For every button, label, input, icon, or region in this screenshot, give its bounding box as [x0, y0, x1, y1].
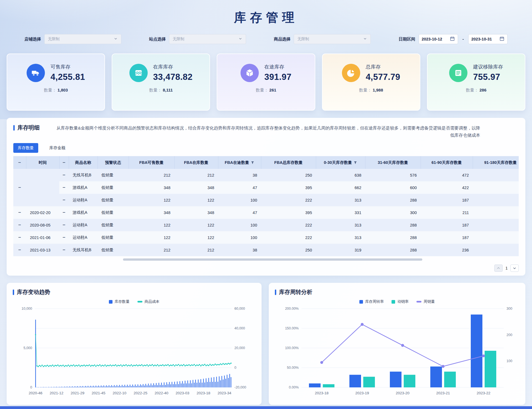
detail-section-description: 从库存数量&金额两个维度分析不同商品的预警状态和库存结构情况，结合库存变化趋势和…	[56, 125, 480, 139]
horizontal-scrollbar[interactable]	[123, 258, 422, 261]
collapse-toggle[interactable]: −	[18, 235, 21, 240]
detail-section-title: 库存明细	[13, 124, 40, 131]
collapse-toggle[interactable]: −	[63, 197, 65, 203]
value-cell: 236	[421, 244, 473, 256]
tab-2[interactable]: 库存金额	[45, 143, 70, 153]
row-expander-cell: −	[13, 244, 26, 256]
kpi-value: 33,478.82	[153, 72, 193, 82]
turnover-chart: 0.00%50.00%100.00%150.00%200.00%10020030…	[275, 305, 519, 397]
collapse-toggle[interactable]: −	[18, 210, 21, 215]
collapse-toggle[interactable]: −	[63, 172, 65, 178]
legend-square-swatch	[392, 300, 395, 304]
svg-text:2023-03: 2023-03	[176, 391, 190, 395]
value-cell: 47	[218, 181, 261, 194]
svg-text:2023-20: 2023-20	[396, 391, 410, 395]
value-cell: 14	[473, 219, 519, 231]
svg-text:2020-46: 2020-46	[29, 391, 43, 395]
value-cell: 14	[473, 231, 519, 244]
table-header-row: −时间−商品名称预警状态FBA可售数量FBA在库数量FBA在途数量FBA总库存数…	[13, 156, 519, 169]
value-cell: 100	[218, 194, 261, 206]
pagination-down-button[interactable]	[510, 265, 519, 272]
collapse-toggle[interactable]: −	[63, 185, 65, 190]
value-cell: 187	[421, 194, 473, 206]
time-cell: 2020-02-20	[26, 206, 59, 219]
date-end-input[interactable]: 2023-10-31	[468, 34, 508, 44]
product-expander-cell: −	[59, 244, 69, 256]
value-cell: 100	[218, 219, 261, 231]
column-header: 31-60天库存数量	[365, 156, 421, 169]
value-cell: 313	[316, 231, 365, 244]
kpi-quantity: 数量： 1,803	[13, 88, 98, 93]
legend-item-2[interactable]: 商品成本	[137, 299, 160, 304]
svg-text:60,000: 60,000	[234, 307, 245, 311]
value-cell: 222	[261, 231, 316, 244]
collapse-toggle[interactable]: −	[63, 247, 65, 253]
collapse-toggle[interactable]: −	[63, 222, 65, 228]
legend-item-1[interactable]: 库存数量	[109, 299, 130, 304]
cube-icon	[241, 64, 259, 82]
value-cell: 395	[261, 181, 316, 194]
product-expander-cell: −	[59, 219, 69, 231]
value-cell: 313	[316, 194, 365, 206]
kpi-quantity-value: 1,988	[373, 88, 383, 92]
svg-text:2021-12: 2021-12	[50, 391, 63, 395]
inventory-detail-table: −时间−商品名称预警状态FBA可售数量FBA在库数量FBA在途数量FBA总库存数…	[13, 156, 519, 256]
svg-text:2023-18: 2023-18	[315, 391, 329, 395]
product-cell: 无线耳机B	[69, 169, 98, 181]
legend-label: 库存数量	[115, 299, 130, 304]
value-cell: 9	[473, 244, 519, 256]
column-header: 61-90天库存数量	[421, 156, 473, 169]
inventory-dashboard: 库存管理 店铺选择 无限制 站点选择 无限制 商品选择 无限制 日期区间	[0, 0, 532, 405]
value-cell: 638	[316, 169, 365, 181]
value-cell: 348	[129, 206, 174, 219]
pie-chart-icon	[342, 64, 360, 82]
product-filter: 商品选择 无限制	[274, 34, 371, 44]
kpi-quantity-label: 数量：	[44, 88, 56, 92]
turnover-chart-card: 库存周转分析 库存周转率动销率周销量 0.00%50.00%100.00%150…	[269, 283, 525, 405]
collapse-toggle[interactable]: −	[63, 235, 65, 240]
kpi-title: 建议移除库存	[473, 63, 503, 70]
date-start-input[interactable]: 2023-10-12	[419, 34, 458, 44]
kpi-quantity-label: 数量：	[359, 88, 372, 92]
store-select[interactable]: 无限制	[44, 34, 121, 44]
kpi-value: 391.97	[264, 72, 291, 82]
value-cell: 187	[421, 231, 473, 244]
value-cell: 600	[365, 181, 421, 194]
collapse-toggle[interactable]: −	[18, 247, 21, 253]
filter-funnel-icon[interactable]	[354, 161, 357, 164]
filter-funnel-icon[interactable]	[251, 161, 254, 164]
product-select-value: 无限制	[297, 37, 309, 42]
kpi-title: 总库存	[366, 63, 400, 70]
value-cell: 348	[174, 181, 218, 194]
status-cell: 低销量	[98, 219, 129, 231]
legend-item-3[interactable]: 周销量	[416, 299, 435, 304]
column-header-time: 时间	[26, 156, 59, 169]
product-select[interactable]: 无限制	[294, 34, 371, 44]
pagination-up-button[interactable]	[494, 265, 503, 272]
legend-item-2[interactable]: 动销率	[392, 299, 409, 304]
collapse-toggle[interactable]: −	[63, 210, 65, 215]
collapse-toggle[interactable]: −	[18, 185, 21, 190]
value-cell: 662	[316, 181, 365, 194]
trend-chart-legend: 库存数量商品成本	[13, 299, 255, 304]
time-cell	[26, 169, 59, 206]
tab-1[interactable]: 库存数量	[13, 143, 38, 153]
value-cell: 122	[129, 231, 174, 244]
site-select[interactable]: 无限制	[169, 34, 246, 44]
value-cell: 122	[129, 219, 174, 231]
status-cell: 低销量	[98, 194, 129, 206]
date-range-separator: -	[462, 37, 464, 42]
collapse-toggle[interactable]: −	[63, 160, 65, 165]
kpi-cards-row: 可售库存4,255.81数量： 1,803在库库存33,478.82数量： 8,…	[7, 54, 525, 111]
collapse-toggle[interactable]: −	[18, 222, 21, 228]
legend-item-1[interactable]: 库存周转率	[359, 299, 384, 304]
collapse-toggle[interactable]: −	[18, 160, 21, 165]
value-cell: 122	[174, 219, 218, 231]
time-cell: 2020-08-05	[26, 219, 59, 231]
title-accent-bar	[275, 289, 276, 295]
value-cell: 288	[365, 194, 421, 206]
value-cell: 122	[174, 194, 218, 206]
table-row: −游戏机A低销量3483484739566260042219	[13, 181, 519, 194]
archive-box-icon	[449, 64, 467, 82]
calendar-icon	[499, 36, 505, 42]
